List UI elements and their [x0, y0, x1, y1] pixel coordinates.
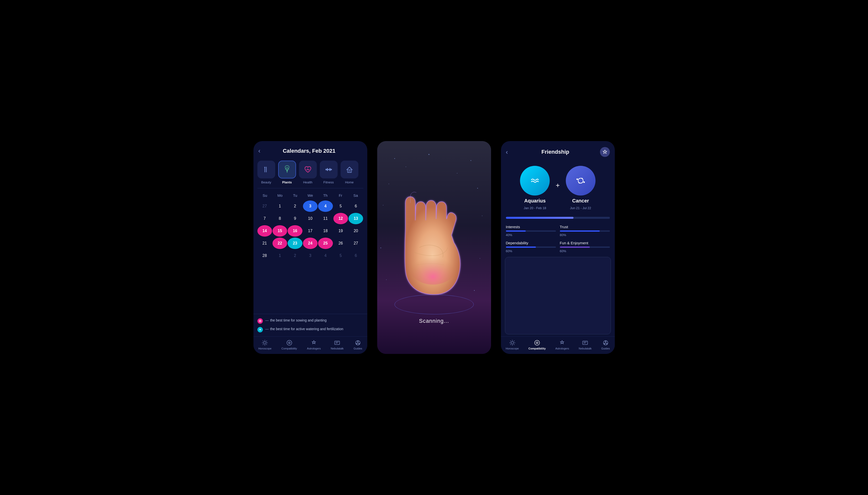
sign-cancer: Cancer Jun 21 - Jul 22 [566, 166, 596, 210]
svg-point-35 [576, 178, 578, 180]
svg-line-42 [510, 341, 511, 341]
star-13 [474, 290, 475, 291]
compat-title: Friendship [511, 149, 600, 155]
metric-dependability-bar [506, 246, 556, 248]
svg-point-54 [604, 343, 605, 344]
cancer-dates: Jun 21 - Jul 22 [570, 206, 591, 210]
category-beauty[interactable]: Beauty [257, 160, 275, 184]
week-2: 7 8 9 10 11 12 13 [257, 213, 363, 224]
cal-day-22[interactable]: 22 [272, 238, 287, 249]
metric-trust-value: 80% [560, 233, 610, 237]
cal-day-28[interactable]: 28 [257, 250, 272, 261]
metric-trust-fill [560, 231, 600, 232]
nav-compatibility-compat-label: Compatibility [528, 347, 546, 350]
nav-compatibility-cal[interactable]: Compatibility [282, 340, 297, 350]
category-health[interactable]: Health [299, 160, 317, 184]
compat-back-button[interactable]: ‹ [506, 148, 508, 156]
nav-astrologers-cal[interactable]: Astrologers [307, 340, 321, 350]
plants-icon-box [278, 160, 296, 178]
svg-point-29 [356, 343, 357, 344]
week-5: 28 1 2 3 4 5 6 [257, 250, 363, 261]
metric-dependability-fill [506, 246, 536, 248]
nav-astrologers-compat[interactable]: Astrologers [556, 340, 569, 350]
nav-horoscope-cal-label: Horoscope [258, 347, 272, 350]
star-9 [482, 216, 482, 216]
metric-interests-value: 40% [506, 233, 556, 237]
metric-interests-fill [506, 231, 526, 232]
nav-guides-cal-label: Guides [354, 347, 362, 350]
category-home[interactable]: Home [341, 160, 358, 184]
nav-horoscope-cal[interactable]: Horoscope [258, 340, 272, 350]
compatibility-screen: ‹ Friendship Aquarius Jan 20 - Fe [501, 141, 615, 354]
svg-rect-24 [335, 341, 340, 344]
cal-day-6[interactable]: 6 [348, 201, 363, 212]
cal-day-16[interactable]: 16 [288, 225, 302, 237]
cal-day-20[interactable]: 20 [348, 225, 363, 237]
compat-bottom-nav: Horoscope Compatibility Astrologers [501, 336, 615, 354]
cal-day-4next[interactable]: 4 [318, 250, 333, 261]
compat-bottom-card [505, 257, 611, 335]
cal-day-27[interactable]: 27 [348, 238, 363, 249]
cal-day-12[interactable]: 12 [334, 213, 348, 224]
cal-day-24[interactable]: 24 [303, 238, 318, 249]
cal-day-2[interactable]: 2 [288, 201, 302, 212]
signs-row: Aquarius Jan 20 - Feb 18 + Cancer Jun [501, 161, 615, 215]
nav-guides-compat-label: Guides [601, 347, 610, 350]
metrics-grid: Interests 40% Trust 80% Dependability 60… [501, 223, 615, 255]
cal-day-21[interactable]: 21 [257, 238, 272, 249]
cal-day-5[interactable]: 5 [334, 201, 348, 212]
cal-day-25[interactable]: 25 [318, 238, 333, 249]
svg-point-36 [583, 182, 585, 183]
nav-horoscope-compat[interactable]: Horoscope [506, 340, 519, 350]
aquarius-circle [520, 166, 550, 195]
nav-nebulatalk-cal-label: Nebulatalk [331, 347, 343, 350]
week-3: 14 15 16 17 18 19 20 [257, 225, 363, 237]
cal-day-10[interactable]: 10 [303, 213, 318, 224]
cal-day-3next[interactable]: 3 [303, 250, 318, 261]
cal-day-18[interactable]: 18 [318, 225, 333, 237]
nav-nebulatalk-compat[interactable]: Nebulatalk [579, 340, 592, 350]
cal-day-8[interactable]: 8 [272, 213, 287, 224]
category-fitness[interactable]: Fitness [320, 160, 338, 184]
back-button[interactable]: ‹ [258, 147, 261, 155]
nav-guides-compat[interactable]: Guides [601, 340, 610, 350]
cal-day-1next[interactable]: 1 [272, 250, 287, 261]
home-label: Home [345, 181, 354, 184]
cal-day-7[interactable]: 7 [257, 213, 272, 224]
cal-day-1[interactable]: 1 [272, 201, 287, 212]
cal-day-14[interactable]: 14 [257, 225, 272, 237]
cal-day-27prev[interactable]: 27 [257, 201, 272, 212]
star-11 [480, 258, 480, 259]
legend-dot-cyan [257, 327, 263, 332]
nav-nebulatalk-cal[interactable]: Nebulatalk [331, 340, 343, 350]
calendar-bottom-nav: Horoscope Compatibility Astrologers [253, 336, 367, 354]
cancer-circle [566, 166, 596, 195]
calendar-legend: — the best time for sowing and planting … [253, 314, 367, 336]
svg-rect-49 [583, 341, 588, 344]
cal-day-4[interactable]: 4 [318, 201, 333, 212]
day-fr: Fr [333, 192, 348, 199]
plus-sign: + [556, 182, 560, 189]
cal-day-23[interactable]: 23 [288, 238, 302, 249]
cal-day-13[interactable]: 13 [348, 213, 363, 224]
cal-day-2next[interactable]: 2 [288, 250, 302, 261]
nav-nebulatalk-compat-label: Nebulatalk [579, 347, 592, 350]
svg-line-57 [606, 342, 607, 343]
metric-trust-label: Trust [560, 225, 610, 229]
scanning-text: Scanning... [419, 318, 449, 324]
overall-bar-container [501, 215, 615, 223]
cal-day-11[interactable]: 11 [318, 213, 333, 224]
cal-day-5next[interactable]: 5 [334, 250, 348, 261]
cal-day-9[interactable]: 9 [288, 213, 302, 224]
favorite-button[interactable] [600, 147, 610, 157]
nav-compatibility-compat[interactable]: Compatibility [528, 340, 546, 350]
cal-day-15[interactable]: 15 [272, 225, 287, 237]
nav-guides-cal[interactable]: Guides [354, 340, 362, 350]
cal-day-19[interactable]: 19 [334, 225, 348, 237]
cal-day-26[interactable]: 26 [334, 238, 348, 249]
cal-day-17[interactable]: 17 [303, 225, 318, 237]
cal-day-3[interactable]: 3 [303, 201, 318, 212]
cal-day-6next[interactable]: 6 [348, 250, 363, 261]
svg-line-32 [358, 342, 359, 343]
category-plants[interactable]: Plants [278, 160, 296, 184]
